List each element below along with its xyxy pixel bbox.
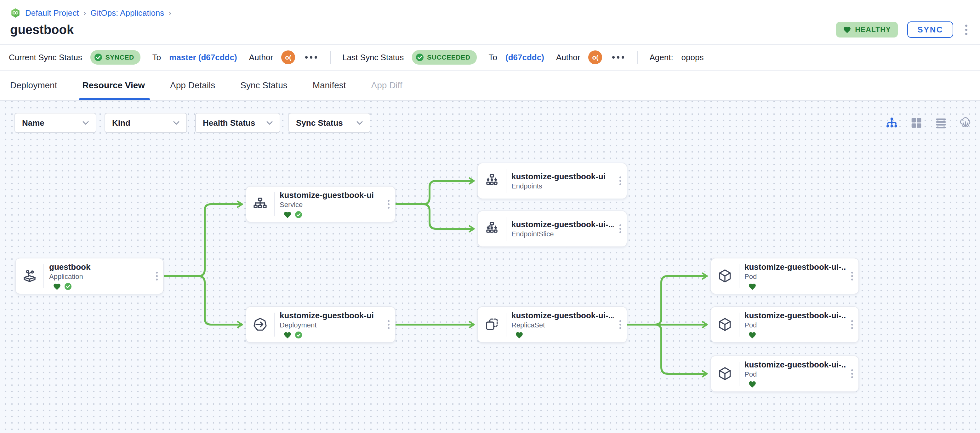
resource-node-service[interactable]: kustomize-guestbook-uiService — [246, 186, 396, 222]
node-title: kustomize-guestbook-ui — [280, 310, 382, 321]
edge-replicaset-pod1 — [627, 276, 707, 324]
healthy-heart-icon — [283, 331, 292, 339]
list-view-icon[interactable] — [934, 116, 948, 130]
tree-view-icon[interactable] — [885, 116, 899, 130]
commit-details-ellipsis-icon[interactable] — [610, 54, 626, 61]
to-label: To — [153, 53, 161, 62]
author-avatar: o( — [281, 50, 295, 64]
node-kind: ReplicaSet — [511, 321, 614, 329]
tab-app-diff: App Diff — [371, 70, 402, 100]
healthy-heart-icon — [748, 283, 756, 290]
current-commit-link[interactable]: master (d67cddc) — [169, 53, 237, 62]
tab-sync-status[interactable]: Sync Status — [240, 70, 287, 100]
node-menu-icon[interactable] — [846, 369, 858, 378]
header-actions: HEALTHY SYNC — [836, 21, 970, 38]
agent-label: Agent: — [649, 53, 673, 62]
synced-check-icon — [295, 211, 302, 218]
resource-node-application[interactable]: guestbookApplication — [15, 258, 164, 294]
synced-check-icon — [64, 283, 72, 290]
node-health-indicators — [53, 283, 151, 290]
commit-details-ellipsis-icon[interactable] — [303, 54, 319, 61]
check-circle-icon — [94, 53, 102, 61]
edge-service-endpoints — [396, 181, 474, 204]
tab-manifest[interactable]: Manifest — [313, 70, 346, 100]
node-kind: Endpoints — [511, 182, 614, 190]
node-kind: Service — [280, 201, 382, 209]
health-status-badge: HEALTHY — [836, 22, 898, 37]
node-health-indicators — [283, 211, 382, 218]
edge-app-service — [164, 204, 242, 276]
node-kind: Pod — [745, 370, 846, 379]
node-title: kustomize-guestbook-ui-... — [511, 219, 614, 229]
endpoints-icon — [478, 173, 506, 189]
filter-health-status[interactable]: Health Status — [195, 113, 280, 133]
filter-label: Health Status — [203, 118, 255, 128]
node-health-indicators — [748, 380, 846, 388]
chevron-down-icon — [83, 121, 89, 125]
divider — [637, 51, 638, 64]
canvas-toolbar: NameKindHealth StatusSync Status — [14, 113, 972, 133]
node-title: guestbook — [49, 262, 151, 272]
pod-icon — [711, 366, 739, 382]
filter-name[interactable]: Name — [14, 113, 96, 133]
node-menu-icon[interactable] — [382, 320, 395, 329]
node-menu-icon[interactable] — [382, 200, 395, 209]
replicaset-icon — [478, 316, 506, 333]
node-title: kustomize-guestbook-ui-... — [745, 310, 846, 321]
tab-deployment[interactable]: Deployment — [10, 70, 57, 100]
application-icon — [16, 268, 43, 284]
healthy-heart-icon — [748, 380, 756, 388]
node-menu-icon[interactable] — [614, 320, 627, 329]
current-sync-status-label: Current Sync Status — [9, 53, 82, 62]
tab-bar: DeploymentResource ViewApp DetailsSync S… — [0, 70, 980, 101]
breadcrumb-project-link[interactable]: Default Project — [25, 8, 79, 18]
heart-icon — [843, 26, 851, 34]
divider — [330, 51, 331, 64]
tab-app-details[interactable]: App Details — [170, 70, 215, 100]
chevron-down-icon — [266, 121, 273, 125]
succeeded-status-badge: SUCCEEDED — [412, 50, 476, 65]
deployment-icon — [246, 316, 274, 333]
resource-node-pod[interactable]: kustomize-guestbook-ui-...Pod — [710, 355, 859, 392]
resource-node-endpointslice[interactable]: kustomize-guestbook-ui-...EndpointSlice — [477, 211, 627, 247]
node-health-indicators — [748, 283, 846, 290]
gitops-app-detail-page: Default Project › GitOps: Applications ›… — [0, 0, 980, 433]
page-header: Default Project › GitOps: Applications ›… — [0, 0, 980, 44]
resource-node-pod[interactable]: kustomize-guestbook-ui-...Pod — [710, 258, 859, 294]
endpointslice-icon — [478, 220, 506, 237]
filter-sync-status[interactable]: Sync Status — [288, 113, 370, 133]
gitops-hexagon-icon — [10, 8, 21, 18]
node-menu-icon[interactable] — [151, 272, 163, 280]
healthy-heart-icon — [515, 331, 523, 339]
filter-label: Kind — [112, 118, 130, 128]
tab-resource-view[interactable]: Resource View — [82, 70, 145, 100]
resource-node-replicaset[interactable]: kustomize-guestbook-ui-...ReplicaSet — [477, 306, 627, 343]
node-menu-icon[interactable] — [846, 272, 858, 280]
more-options-icon[interactable] — [963, 23, 970, 36]
resource-node-pod[interactable]: kustomize-guestbook-ui-...Pod — [710, 306, 859, 343]
node-title: kustomize-guestbook-ui — [511, 171, 614, 182]
node-menu-icon[interactable] — [614, 176, 627, 185]
node-menu-icon[interactable] — [846, 320, 858, 329]
grid-view-icon[interactable] — [910, 116, 923, 130]
sync-button[interactable]: SYNC — [907, 21, 953, 38]
resource-node-deployment[interactable]: kustomize-guestbook-uiDeployment — [246, 306, 396, 343]
healthy-heart-icon — [283, 211, 292, 218]
node-kind: Pod — [745, 273, 846, 281]
pod-icon — [711, 268, 739, 284]
edge-replicaset-pod3 — [627, 324, 707, 374]
filter-kind[interactable]: Kind — [105, 113, 187, 133]
resource-node-endpoints[interactable]: kustomize-guestbook-uiEndpoints — [477, 163, 627, 199]
author-avatar: o( — [588, 50, 602, 64]
node-health-indicators — [515, 331, 614, 339]
breadcrumb-section-link[interactable]: GitOps: Applications — [91, 8, 164, 18]
node-health-indicators — [283, 331, 382, 339]
cloud-view-icon[interactable] — [959, 116, 972, 130]
node-menu-icon[interactable] — [614, 224, 627, 233]
synced-check-icon — [295, 331, 302, 339]
synced-status-badge: SYNCED — [91, 50, 140, 65]
status-bar: Current Sync Status SYNCED To master (d6… — [0, 44, 980, 70]
resource-tree-canvas: NameKindHealth StatusSync Status guestbo… — [0, 101, 980, 433]
last-commit-link[interactable]: (d67cddc) — [506, 53, 544, 62]
filter-label: Sync Status — [296, 118, 343, 128]
